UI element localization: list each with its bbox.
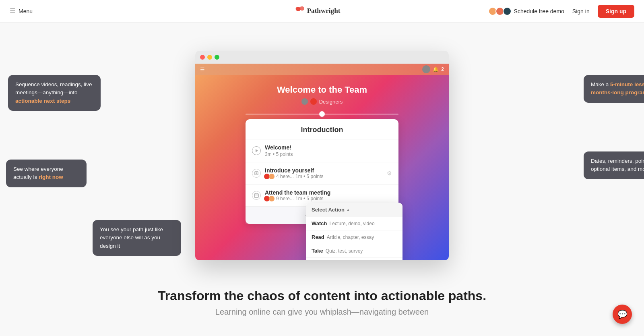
step-introduce-here: 4 here...: [276, 174, 294, 179]
browser-dot-maximize[interactable]: [215, 55, 219, 60]
path-avatar-2: [310, 98, 317, 105]
dropdown-header: Select Action ▲: [306, 203, 402, 217]
step-meeting-avatars: [265, 196, 275, 201]
toolbar-avatar: [422, 65, 430, 73]
bottom-section: Transform the chaos of content into acti…: [77, 272, 567, 317]
logo[interactable]: Pathwright: [294, 5, 350, 18]
svg-rect-2: [255, 172, 258, 175]
sign-up-button[interactable]: Sign up: [598, 5, 634, 18]
step-welcome-info: Welcome! 3m • 5 points: [265, 144, 392, 157]
step-welcome-name: Welcome!: [265, 144, 392, 151]
chat-icon: 💬: [617, 309, 627, 319]
tooltip-sequence: Sequence videos, readings, live meetings…: [8, 75, 101, 111]
bottom-subtitle: Learning online can give you whiplash—na…: [158, 307, 486, 317]
card-title: Introduction: [252, 126, 392, 134]
step-introduce-info: Introduce yourself 4 here... 1m • 5 poin…: [265, 167, 383, 179]
step-welcome[interactable]: Welcome! 3m • 5 points: [246, 139, 398, 162]
browser-toolbar: ☰ 🔔 2: [195, 64, 449, 75]
svg-text:Pathwright: Pathwright: [307, 7, 341, 15]
path-subtitle: Designers: [301, 98, 343, 105]
dropdown-item-submit[interactable]: Submit Project, paper, journal: [306, 258, 402, 260]
chat-button[interactable]: 💬: [613, 305, 632, 324]
bottom-title: Transform the chaos of content into acti…: [158, 288, 486, 303]
schedule-demo-link[interactable]: Schedule free demo: [490, 7, 564, 16]
path-title: Welcome to the Team: [277, 85, 367, 95]
hero-section: Sequence videos, readings, live meetings…: [0, 23, 644, 336]
hamburger-icon: ☰: [10, 7, 15, 15]
nav-left: ☰ Menu: [10, 7, 33, 15]
tooltip-you-see: You see your path just like everyone els…: [93, 220, 181, 256]
step-gear-icon[interactable]: ⚙: [387, 170, 392, 176]
card-header: Introduction: [246, 119, 398, 139]
browser-content-area: Welcome to the Team Designers I: [195, 75, 449, 260]
step-introduce-time: 1m • 5 points: [295, 174, 324, 179]
step-meeting-here: 9 here...: [276, 196, 294, 201]
app-hamburger-icon[interactable]: ☰: [200, 66, 205, 73]
step-calendar-icon: [252, 191, 261, 200]
demo-avatars: [490, 7, 512, 16]
step-meeting-time: 1m • 5 points: [295, 196, 324, 201]
dropdown-item-read[interactable]: Read Article, chapter, essay: [306, 230, 402, 244]
step-introduce[interactable]: Introduce yourself 4 here... 1m • 5 poin…: [246, 162, 398, 185]
browser-chrome-bar: [195, 51, 449, 64]
svg-marker-1: [256, 149, 258, 152]
tooltip-five-min: Make a 5-minute lesson or a months-long …: [584, 75, 644, 103]
step-introduce-name: Introduce yourself: [265, 167, 383, 174]
dropdown-title: Select Action: [312, 207, 345, 213]
step-meeting-meta: 9 here... 1m • 5 points: [265, 196, 392, 201]
step-meeting-avatar-2: [269, 196, 275, 201]
step-avatar-2: [269, 174, 275, 179]
tooltip-dates: Dates, reminders, points, optional items…: [584, 151, 644, 179]
step-video-icon: [252, 146, 261, 155]
dropdown-item-watch[interactable]: Watch Lecture, demo, video: [306, 217, 402, 230]
sign-in-link[interactable]: Sign in: [572, 8, 590, 15]
tooltip-see-where: See where everyone actually is right now: [6, 160, 87, 187]
path-group-label: Designers: [319, 99, 343, 105]
notification-count: 2: [441, 66, 444, 72]
path-avatar-1: [301, 98, 308, 105]
path-card: Introduction Welcome! 3m • 5 points: [246, 119, 398, 224]
progress-indicator: [246, 111, 398, 118]
progress-dot: [319, 111, 325, 117]
action-dropdown: Select Action ▲ Watch Lecture, demo, vid…: [306, 203, 402, 260]
toolbar-right: 🔔 2: [422, 65, 444, 73]
browser-mockup: ☰ 🔔 2 Welcome to the Team Designers: [195, 51, 449, 260]
browser-dot-close[interactable]: [200, 55, 205, 60]
dropdown-item-take[interactable]: Take Quiz, test, survey: [306, 244, 402, 258]
navigation: ☰ Menu Pathwright Schedule free demo Sig…: [0, 0, 644, 23]
step-task-icon: [252, 169, 261, 178]
step-welcome-meta: 3m • 5 points: [265, 151, 392, 157]
step-meeting-info: Attend the team meeting 9 here... 1m • 5…: [265, 189, 392, 201]
notification-bell-icon[interactable]: 🔔: [433, 66, 439, 72]
browser-dot-minimize[interactable]: [207, 55, 212, 60]
step-introduce-avatars: [265, 174, 275, 179]
browser-window: ☰ 🔔 2 Welcome to the Team Designers: [195, 51, 449, 260]
dropdown-arrow-icon: ▲: [346, 207, 350, 212]
step-introduce-meta: 4 here... 1m • 5 points: [265, 174, 383, 179]
nav-right: Schedule free demo Sign in Sign up: [490, 5, 634, 18]
hero-wrapper: Sequence videos, readings, live meetings…: [80, 51, 564, 260]
step-meeting-name: Attend the team meeting: [265, 189, 392, 196]
menu-label[interactable]: Menu: [19, 8, 33, 15]
svg-rect-5: [254, 194, 258, 197]
